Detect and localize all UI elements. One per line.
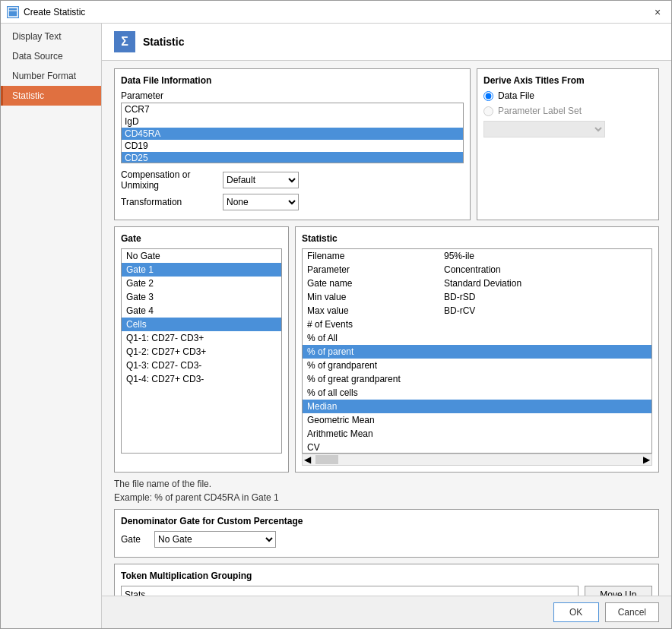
stat-hscrollbar[interactable]: ◀ ▶ [302, 454, 652, 466]
gate-cells[interactable]: Cells [122, 318, 281, 331]
svg-rect-0 [8, 8, 17, 17]
gate-panel: Gate No Gate Gate 1 Gate 2 Gate 3 Gate 4… [114, 226, 289, 473]
stat-pct-parent[interactable]: % of parent [303, 345, 651, 359]
denominator-title: Denominator Gate for Custom Percentage [121, 516, 652, 526]
main-content: Display Text Data Source Number Format S… [1, 24, 671, 628]
param-IgD[interactable]: IgD [122, 115, 463, 128]
stat-gate-name[interactable]: Gate name Standard Deviation [303, 277, 651, 290]
denominator-gate-label: Gate [121, 534, 151, 545]
token-content: Stats Gates Parameters Move Up Move Down [121, 586, 652, 596]
gate-no-gate[interactable]: No Gate [122, 249, 281, 263]
stat-cv[interactable]: CV [303, 441, 651, 454]
stat-pct-all-cells[interactable]: % of all cells [303, 386, 651, 400]
transformation-row: Transformation None Linear Log [121, 194, 464, 210]
gate-q11[interactable]: Q1-1: CD27- CD3+ [122, 331, 281, 345]
window-icon [7, 6, 19, 18]
info-text: The file name of the file. [114, 479, 659, 489]
param-label-set-label: Parameter Label Set [498, 106, 582, 116]
stat-list[interactable]: Filename 95%-ile Parameter Concentration… [302, 248, 652, 454]
example-text: Example: % of parent CD45RA in Gate 1 [114, 492, 659, 503]
gate-statistic-panels: Gate No Gate Gate 1 Gate 2 Gate 3 Gate 4… [114, 226, 659, 473]
gate-gate3[interactable]: Gate 3 [122, 290, 281, 304]
data-file-title: Data File Information [121, 75, 464, 86]
param-CD25[interactable]: CD25 [122, 152, 463, 163]
denominator-gate-select[interactable]: No Gate Gate 1 Gate 2 Gate 3 Gate 4 Cell… [154, 531, 276, 548]
sidebar-item-data-source[interactable]: Data Source [1, 46, 101, 66]
sidebar-item-number-format[interactable]: Number Format [1, 66, 101, 86]
statistic-header-label: Statistic [143, 36, 184, 48]
content-scroll[interactable]: Data File Information Parameter CCR7 IgD… [102, 61, 671, 596]
token-item-stats[interactable]: Stats [125, 589, 575, 596]
param-label-set-radio-row: Parameter Label Set [483, 106, 652, 116]
derive-axis-panel: Derive Axis Titles From Data File Parame… [477, 68, 659, 220]
statistic-header: Σ Statistic [102, 24, 671, 61]
compensation-row: Compensation or Unmixing Default None [121, 169, 464, 191]
close-button[interactable]: × [650, 5, 665, 20]
ok-button[interactable]: OK [553, 602, 599, 622]
data-file-panel: Data File Information Parameter CCR7 IgD… [114, 68, 471, 220]
top-panels: Data File Information Parameter CCR7 IgD… [114, 68, 659, 220]
gate-gate2[interactable]: Gate 2 [122, 277, 281, 290]
scroll-left-arrow[interactable]: ◀ [303, 454, 312, 465]
footer: OK Cancel [102, 596, 671, 628]
token-section: Token Multiplication Grouping Stats Gate… [114, 564, 659, 596]
sidebar-item-display-text[interactable]: Display Text [1, 27, 101, 46]
stat-pct-all[interactable]: % of All [303, 331, 651, 345]
data-file-radio[interactable] [483, 91, 493, 101]
stat-num-events[interactable]: # of Events [303, 318, 651, 331]
stat-pct-grandparent[interactable]: % of grandparent [303, 359, 651, 372]
parameter-list[interactable]: CCR7 IgD CD45RA CD19 CD25 CD127 [121, 103, 464, 163]
gate-gate1[interactable]: Gate 1 [122, 263, 281, 277]
token-buttons: Move Up Move Down [585, 586, 652, 596]
cancel-button[interactable]: Cancel [605, 602, 659, 622]
gate-q12[interactable]: Q1-2: CD27+ CD3+ [122, 345, 281, 359]
token-list[interactable]: Stats Gates Parameters [121, 586, 578, 596]
stat-arith-mean[interactable]: Arithmetic Mean [303, 427, 651, 441]
stat-geo-mean[interactable]: Geometric Mean [303, 413, 651, 427]
scroll-thumb[interactable] [315, 455, 338, 464]
parameter-label: Parameter [121, 90, 464, 101]
sidebar: Display Text Data Source Number Format S… [1, 24, 102, 628]
statistic-panel-title: Statistic [302, 233, 652, 244]
statistic-panel: Statistic Filename 95%-ile Parameter Con… [295, 226, 659, 473]
param-CD19[interactable]: CD19 [122, 140, 463, 152]
denominator-section: Denominator Gate for Custom Percentage G… [114, 509, 659, 558]
title-bar: Create Statistic × [1, 1, 671, 24]
param-label-set-radio[interactable] [483, 106, 493, 116]
compensation-label: Compensation or Unmixing [121, 169, 220, 191]
content-area: Σ Statistic Data File Information Parame… [102, 24, 671, 628]
gate-panel-title: Gate [121, 233, 282, 244]
sidebar-item-statistic[interactable]: Statistic [1, 86, 101, 106]
window-title: Create Statistic [24, 7, 85, 17]
denominator-gate-row: Gate No Gate Gate 1 Gate 2 Gate 3 Gate 4… [121, 531, 652, 548]
stat-filename[interactable]: Filename 95%-ile [303, 249, 651, 263]
data-file-radio-label: Data File [498, 90, 534, 101]
transformation-label: Transformation [121, 197, 220, 207]
scroll-right-arrow[interactable]: ▶ [642, 454, 651, 465]
gate-list[interactable]: No Gate Gate 1 Gate 2 Gate 3 Gate 4 Cell… [121, 248, 282, 454]
sigma-icon: Σ [114, 31, 135, 52]
create-statistic-window: Create Statistic × Display Text Data Sou… [0, 0, 672, 629]
stat-max-value[interactable]: Max value BD-rCV [303, 304, 651, 318]
param-CCR7[interactable]: CCR7 [122, 103, 463, 115]
gate-q14[interactable]: Q1-4: CD27+ CD3- [122, 372, 281, 386]
param-CD45RA[interactable]: CD45RA [122, 128, 463, 140]
stat-median[interactable]: Median [303, 400, 651, 413]
stat-parameter[interactable]: Parameter Concentration [303, 263, 651, 277]
stat-min-value[interactable]: Min value BD-rSD [303, 290, 651, 304]
stat-pct-great-grandparent[interactable]: % of great grandparent [303, 372, 651, 386]
transformation-select[interactable]: None Linear Log [223, 194, 299, 210]
gate-q13[interactable]: Q1-3: CD27- CD3- [122, 359, 281, 372]
data-file-radio-row: Data File [483, 90, 652, 101]
param-label-set-select [483, 121, 605, 137]
gate-gate4[interactable]: Gate 4 [122, 304, 281, 318]
derive-axis-title: Derive Axis Titles From [483, 75, 652, 86]
move-up-button[interactable]: Move Up [585, 586, 652, 596]
token-title: Token Multiplication Grouping [121, 571, 652, 581]
compensation-select[interactable]: Default None [223, 172, 299, 188]
